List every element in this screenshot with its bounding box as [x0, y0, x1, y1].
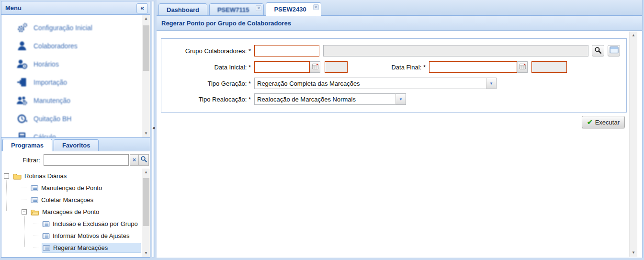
clear-icon: × [133, 157, 136, 163]
filter-input[interactable] [44, 154, 129, 166]
menu-item-quitacao-bh[interactable]: Quitação BH [7, 110, 150, 128]
sidebar-splitter[interactable]: ◄ [151, 1, 156, 258]
clear-filter-button[interactable]: × [130, 154, 138, 166]
tab-label: PSEW7115 [217, 6, 249, 13]
close-tab-icon[interactable]: × [256, 5, 261, 11]
scroll-up-icon[interactable]: ▲ [630, 32, 637, 39]
tab-label: Favoritos [62, 142, 90, 149]
filter-search-button[interactable] [138, 154, 149, 166]
form-row-datas: Data Inicial: * Data Final: * [161, 61, 626, 73]
page-title: Regerar Ponto por Grupo de Colaboradores [161, 20, 291, 27]
scroll-down-icon[interactable]: ▼ [142, 249, 150, 257]
calculator-icon [16, 131, 28, 137]
tipo-realocacao-label: Tipo Realocação: * [161, 96, 254, 103]
menu-item-horarios[interactable]: Horários [7, 55, 150, 73]
tree-elbow [33, 224, 38, 224]
data-final-input[interactable] [429, 61, 517, 73]
tree-elbow [33, 236, 38, 236]
application-window: Menu « Configuração Inicial Colaboradore… [0, 0, 644, 260]
open-folder-icon [31, 209, 39, 215]
tipo-realocacao-combobox[interactable]: Realocação de Marcações Normais [254, 93, 395, 105]
window-icon [610, 46, 619, 55]
tipo-realocacao-dropdown-button[interactable]: ▼ [395, 93, 406, 105]
tree-elbow [22, 188, 27, 188]
program-icon [42, 233, 50, 239]
tree-item-label: Manutenção de Ponto [41, 184, 102, 192]
data-inicial-calendar-button[interactable] [310, 61, 320, 73]
tree-item-label: Informar Motivos de Ajustes [53, 232, 129, 239]
tree-item-label: Marcações de Ponto [42, 208, 99, 215]
tree-item-label: Regerar Marcações [53, 244, 108, 251]
tree-item-regerar-marcacoes[interactable]: Regerar Marcações [1, 242, 150, 254]
scroll-up-icon[interactable]: ▲ [142, 169, 150, 176]
tree-item-label: Rotinas Diárias [24, 172, 67, 180]
content-panel-header: Regerar Ponto por Grupo de Colaboradores [157, 16, 642, 31]
tree-item-informar-motivos-de-ajustes[interactable]: Informar Motivos de Ajustes [1, 230, 150, 242]
tree-item-manutencao-de-ponto[interactable]: Manutenção de Ponto [1, 182, 150, 194]
data-final-label: Data Final: * [348, 64, 429, 71]
program-tree: Rotinas Diárias Manutenção de Ponto Cole… [1, 169, 150, 258]
data-final-weekday-field [531, 61, 567, 73]
collapse-left-icon[interactable]: ◄ [151, 125, 156, 130]
calendar-icon [312, 63, 319, 71]
menu-list: Configuração Inicial Colaboradores Horár… [1, 15, 150, 137]
collapse-toggle-icon[interactable] [4, 173, 9, 179]
chevron-down-icon: ▼ [399, 97, 403, 102]
collapse-sidebar-button[interactable]: « [136, 3, 148, 13]
tipo-geracao-combobox[interactable]: Regeração Completa das Marcações [254, 78, 486, 89]
tab-label: Programas [11, 142, 44, 149]
form-row-tipo-geracao: Tipo Geração: * Regeração Completa das M… [161, 77, 626, 90]
menu-item-calculo[interactable]: Cálculo [7, 128, 150, 137]
tree-scrollbar[interactable]: ▲ ▼ [142, 169, 150, 257]
scroll-down-icon[interactable]: ▼ [630, 249, 637, 257]
folder-icon [13, 173, 22, 180]
scrollbar-thumb[interactable] [143, 178, 149, 226]
tree-item-coletar-marcacoes[interactable]: Coletar Marcações [1, 194, 150, 206]
tree-item-marcacoes-de-ponto[interactable]: Marcações de Ponto [1, 206, 150, 218]
collapse-toggle-icon[interactable] [22, 209, 27, 215]
tree-item-label: Coletar Marcações [41, 196, 93, 203]
tab-favoritos[interactable]: Favoritos [54, 139, 99, 151]
combobox-value: Regeração Completa das Marcações [257, 80, 360, 87]
content-scrollbar[interactable]: ▲ ▼ [629, 32, 637, 257]
users-gear-icon [16, 95, 28, 106]
data-inicial-input[interactable] [254, 61, 310, 73]
menu-title: Menu [5, 4, 22, 11]
program-icon [31, 185, 38, 192]
tab-programas[interactable]: Programas [2, 139, 52, 151]
tree-item-inclusao-e-exclusao-por-grupo[interactable]: Inclusão e Exclusão por Grupo [1, 218, 150, 230]
search-icon [594, 46, 602, 56]
tree-elbow [22, 200, 27, 200]
tipo-geracao-dropdown-button[interactable]: ▼ [486, 78, 497, 89]
open-window-button[interactable] [608, 45, 620, 57]
filter-bar: Filtrar: × [1, 151, 150, 169]
form-row-tipo-realocacao: Tipo Realocação: * Realocação de Marcaçõ… [161, 93, 626, 105]
menu-scrollbar[interactable]: ▲ ▼ [142, 15, 150, 137]
tree-item-rotinas-diarias[interactable]: Rotinas Diárias [1, 170, 150, 182]
menu-item-colaboradores[interactable]: Colaboradores [7, 37, 150, 55]
scroll-up-icon[interactable]: ▲ [142, 15, 150, 23]
tab-label: PSEW2430 [274, 6, 306, 13]
lookup-search-button[interactable] [592, 45, 604, 57]
sidebar: Menu « Configuração Inicial Colaboradore… [1, 1, 150, 258]
scroll-down-icon[interactable]: ▼ [142, 130, 150, 137]
tab-psew2430[interactable]: PSEW2430 × [266, 2, 321, 16]
menu-item-manutencao[interactable]: Manutenção [7, 91, 150, 110]
check-icon: ✔ [587, 118, 593, 126]
menu-item-importacao[interactable]: Importação [7, 73, 150, 91]
close-tab-icon[interactable]: × [313, 4, 319, 10]
sidebar-tabstrip: Programas Favoritos [1, 137, 150, 151]
tab-psew7115[interactable]: PSEW7115 × [209, 3, 264, 16]
menu-item-label: Horários [34, 60, 59, 68]
chevron-down-icon: ▼ [489, 81, 493, 86]
grupo-colaboradores-input[interactable] [254, 45, 319, 57]
collapse-left-double-icon: « [140, 4, 144, 11]
combobox-value: Realocação de Marcações Normais [257, 96, 356, 103]
executar-button[interactable]: ✔ Executar [582, 116, 625, 128]
scrollbar-thumb[interactable] [143, 25, 149, 71]
menu-item-configuracao-inicial[interactable]: Configuração Inicial [7, 19, 150, 37]
tab-dashboard[interactable]: Dashboard [158, 3, 207, 16]
data-final-calendar-button[interactable] [517, 61, 528, 73]
form-row-grupo-colaboradores: Grupo Colaboradores: * [161, 45, 626, 57]
tree-item-label: Inclusão e Exclusão por Grupo [53, 220, 138, 227]
